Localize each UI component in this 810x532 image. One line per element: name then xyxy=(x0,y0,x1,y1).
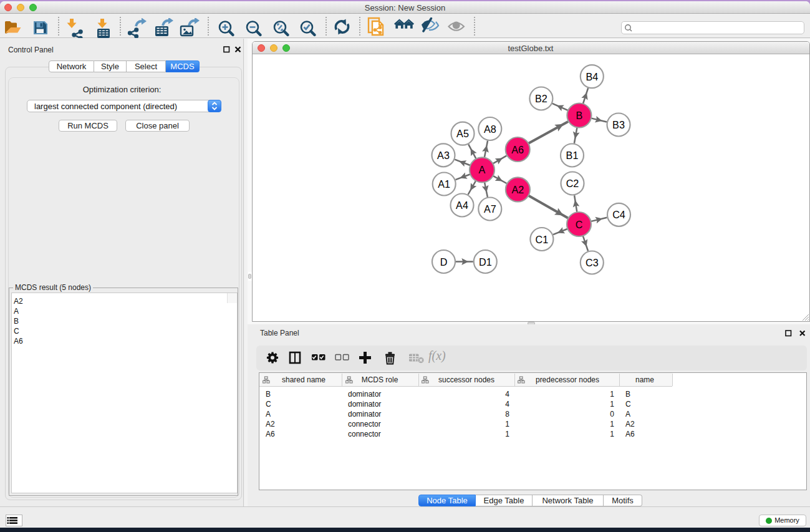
svg-text:D: D xyxy=(440,256,447,268)
svg-text:B: B xyxy=(576,110,582,121)
svg-text:C: C xyxy=(575,219,582,230)
svg-text:B2: B2 xyxy=(534,93,547,104)
svg-text:A1: A1 xyxy=(438,178,450,190)
svg-text:A3: A3 xyxy=(437,150,450,161)
svg-text:B1: B1 xyxy=(566,150,578,161)
svg-text:A6: A6 xyxy=(511,144,524,155)
svg-text:B3: B3 xyxy=(612,119,625,130)
svg-text:B4: B4 xyxy=(586,71,598,82)
svg-text:C2: C2 xyxy=(566,178,579,189)
svg-text:A7: A7 xyxy=(483,203,496,215)
svg-text:A2: A2 xyxy=(511,184,524,195)
svg-text:C3: C3 xyxy=(585,257,598,268)
svg-text:A4: A4 xyxy=(456,200,468,211)
svg-text:C1: C1 xyxy=(535,234,548,245)
svg-text:D1: D1 xyxy=(478,256,491,268)
svg-text:A: A xyxy=(478,164,485,175)
svg-text:C4: C4 xyxy=(612,209,625,220)
svg-text:A5: A5 xyxy=(456,128,469,139)
svg-text:A8: A8 xyxy=(483,123,496,135)
